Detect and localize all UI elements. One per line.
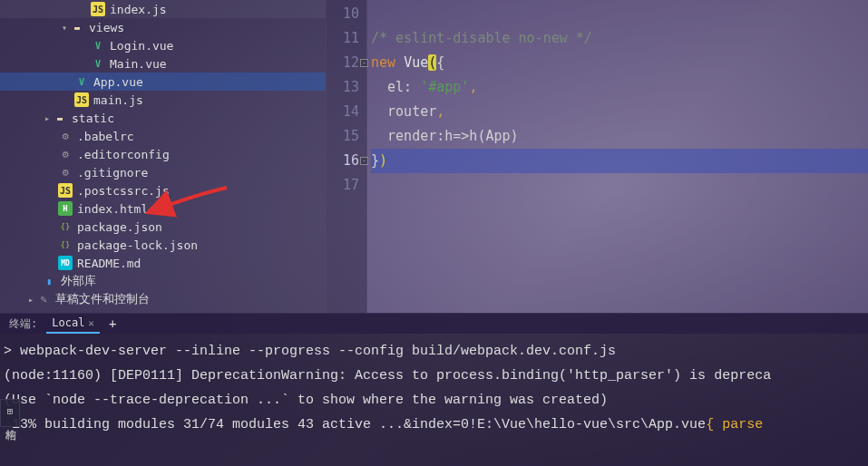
- tree-item[interactable]: ⚙.gitignore: [0, 163, 326, 181]
- tree-item-label: Login.vue: [110, 39, 173, 53]
- terminal-line: 13% building modules 31/74 modules 43 ac…: [4, 413, 864, 437]
- tree-item[interactable]: ⚙.editorconfig: [0, 145, 326, 163]
- tree-item-label: README.md: [77, 257, 141, 270]
- terminal-line: > webpack-dev-server --inline --progress…: [4, 339, 864, 364]
- tree-item[interactable]: ▮外部库: [0, 272, 326, 290]
- code-line[interactable]: router,: [371, 100, 868, 124]
- code-line[interactable]: [371, 2, 868, 26]
- line-number: 13: [327, 75, 359, 100]
- tree-item[interactable]: JSindex.js: [0, 0, 326, 18]
- tree-item-label: Main.vue: [110, 57, 167, 71]
- tree-item[interactable]: VApp.vue: [0, 73, 326, 91]
- gear-icon: ⚙: [58, 129, 73, 143]
- terminal-title: 终端:: [0, 316, 46, 332]
- gear-icon: ✎: [36, 292, 51, 306]
- tree-item[interactable]: MDREADME.md: [0, 254, 326, 272]
- terminal-output[interactable]: > webpack-dev-server --inline --progress…: [0, 334, 868, 466]
- js-icon: JS: [74, 92, 89, 107]
- chevron-down-icon[interactable]: ▾: [59, 23, 70, 33]
- tree-item[interactable]: {}package-lock.json: [0, 236, 326, 254]
- js-icon: JS: [91, 2, 105, 16]
- gear-icon: ⚙: [58, 165, 73, 180]
- tree-item-label: App.vue: [93, 75, 143, 89]
- folder-icon: ▬: [70, 20, 84, 34]
- vue-icon: V: [91, 38, 105, 53]
- tree-item[interactable]: Hindex.html: [0, 199, 326, 218]
- code-line[interactable]: [371, 173, 868, 198]
- tree-item-label: 外部库: [61, 273, 96, 289]
- tree-item[interactable]: VMain.vue: [0, 54, 326, 73]
- terminal-tab-label: Local: [52, 316, 84, 329]
- project-tree[interactable]: JSindex.js▾▬viewsVLogin.vueVMain.vueVApp…: [0, 0, 327, 313]
- terminal-panel[interactable]: 终端: Local ✕ + > webpack-dev-server --inl…: [0, 313, 868, 466]
- structure-icon: ⊞: [7, 405, 14, 417]
- tree-item-label: views: [89, 21, 124, 34]
- line-number: 11: [327, 26, 359, 51]
- code-line[interactable]: -new Vue({: [371, 51, 868, 75]
- terminal-tab-local[interactable]: Local ✕: [46, 314, 100, 334]
- tree-item[interactable]: ▸▬static: [0, 109, 326, 127]
- code-line[interactable]: render:h=>h(App): [371, 124, 868, 149]
- tree-item-label: static: [72, 112, 114, 125]
- editor-code-area[interactable]: /* eslint-disable no-new */-new Vue({ el…: [367, 0, 868, 313]
- tree-item-label: .editorconfig: [77, 148, 170, 161]
- tree-item-label: package-lock.json: [77, 238, 198, 252]
- terminal-line: (node:11160) [DEP0111] DeprecationWarnin…: [4, 364, 864, 388]
- tree-item[interactable]: JSmain.js: [0, 91, 326, 109]
- line-number: 15: [327, 124, 359, 149]
- tree-item[interactable]: VLogin.vue: [0, 36, 326, 54]
- line-number: 14: [327, 100, 359, 124]
- vue-icon: V: [74, 74, 89, 89]
- tree-item-label: package.json: [77, 220, 162, 234]
- code-line[interactable]: -}): [371, 149, 868, 173]
- chevron-right-icon[interactable]: ▸: [25, 295, 36, 305]
- lib-icon: ▮: [42, 274, 56, 288]
- json-icon: {}: [58, 238, 73, 252]
- fold-marker-icon[interactable]: -: [360, 157, 368, 165]
- tree-item-label: index.js: [110, 3, 167, 16]
- tree-item[interactable]: ⚙.babelrc: [0, 127, 326, 145]
- terminal-tabs: 终端: Local ✕ +: [0, 314, 868, 334]
- tree-item[interactable]: ▸✎草稿文件和控制台: [0, 290, 326, 308]
- tree-item-label: 草稿文件和控制台: [55, 291, 150, 307]
- terminal-line: (Use `node --trace-deprecation ...` to s…: [4, 388, 864, 413]
- folder-icon: ▬: [53, 111, 67, 125]
- code-editor[interactable]: 1011121314151617 /* eslint-disable no-ne…: [327, 0, 868, 313]
- tree-item[interactable]: ▾▬views: [0, 18, 326, 36]
- tree-item[interactable]: {}package.json: [0, 218, 326, 236]
- gear-icon: ⚙: [58, 147, 73, 161]
- line-number: 12: [327, 51, 359, 75]
- tree-item-label: index.html: [77, 202, 148, 216]
- chevron-right-icon[interactable]: ▸: [42, 113, 53, 123]
- tree-item-label: .gitignore: [77, 166, 148, 180]
- tree-item-label: .babelrc: [77, 130, 134, 143]
- json-icon: {}: [58, 219, 73, 234]
- line-number: 16: [327, 149, 359, 173]
- code-line[interactable]: el: '#app',: [371, 75, 868, 100]
- structure-tool-tab[interactable]: ⊞ 结构: [0, 399, 20, 427]
- tree-item[interactable]: JS.postcssrc.js: [0, 181, 326, 199]
- terminal-add-tab[interactable]: +: [100, 316, 125, 331]
- fold-marker-icon[interactable]: -: [360, 59, 368, 67]
- line-number: 10: [327, 2, 359, 26]
- code-line[interactable]: /* eslint-disable no-new */: [371, 26, 868, 51]
- js-icon: JS: [58, 183, 73, 198]
- vue-icon: V: [91, 56, 105, 71]
- html-icon: H: [58, 201, 73, 216]
- md-icon: MD: [58, 256, 73, 270]
- tree-item-label: .postcssrc.js: [77, 184, 170, 198]
- line-number: 17: [327, 173, 359, 198]
- close-icon[interactable]: ✕: [88, 317, 94, 329]
- tree-item-label: main.js: [93, 93, 143, 107]
